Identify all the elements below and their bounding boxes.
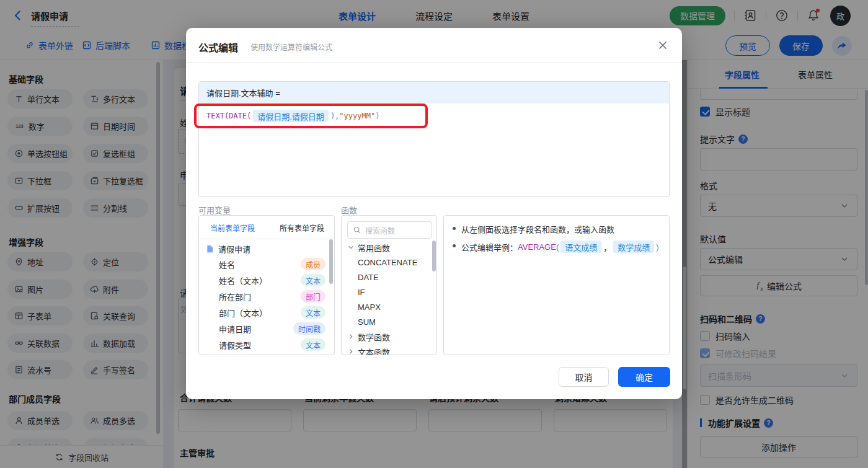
tab-current-form-fields[interactable]: 当前表单字段: [210, 216, 255, 239]
formula-suffix: ): [375, 112, 379, 120]
tree-row-name-text[interactable]: 姓名（文本）文本: [219, 272, 326, 288]
formula-editor-modal: 公式编辑 使用数学运算符编辑公式 请假日期.文本辅助 = TEXT(DATE(请…: [186, 28, 682, 399]
help-line-2: 公式编辑举例：AVERAGE(语文成绩，数学成绩): [453, 241, 659, 253]
funcs-panel-label: 函数: [341, 204, 357, 216]
tab-all-form-fields[interactable]: 所有表单字段: [280, 216, 324, 239]
example-chip-2: 数学成绩: [613, 241, 654, 253]
tree-root-row[interactable]: 请假申请: [205, 241, 250, 257]
help-line-1: 从左侧面板选择字段名和函数，或输入函数: [453, 223, 614, 235]
field-type-tag: 成员: [301, 258, 326, 270]
func-item-if[interactable]: IF: [358, 284, 365, 300]
variables-scrollbar[interactable]: [329, 239, 333, 284]
tree-row-name[interactable]: 姓名成员: [219, 256, 326, 272]
func-item-mapx[interactable]: MAPX: [358, 299, 381, 315]
confirm-button[interactable]: 确定: [618, 367, 670, 387]
field-type-tag: 文本: [301, 274, 326, 286]
func-group-math[interactable]: 数学函数: [347, 329, 390, 345]
close-icon[interactable]: [657, 40, 668, 51]
variables-panel: 当前表单字段 所有表单字段 请假申请 姓名成员 姓名（文本）文本 所在部门部门 …: [198, 215, 335, 355]
formula-expression[interactable]: TEXT(DATE(请假日期.请假日期),"yyyyMM"): [206, 109, 379, 123]
field-type-tag: 部门: [301, 290, 326, 302]
modal-title: 公式编辑: [198, 40, 238, 55]
func-item-sum[interactable]: SUM: [358, 314, 376, 330]
formula-middle: ),: [330, 112, 339, 120]
func-group-common[interactable]: 常用函数: [347, 239, 390, 255]
variables-tabs: 当前表单字段 所有表单字段: [199, 216, 334, 239]
example-chip-1: 语文成绩: [560, 241, 601, 253]
field-type-tag: 文本: [301, 306, 326, 319]
field-type-tag: 时间戳: [293, 322, 326, 335]
func-group-text[interactable]: 文本函数: [347, 343, 390, 355]
tree-row-dept[interactable]: 所在部门部门: [219, 288, 326, 304]
formula-example: 公式编辑举例：AVERAGE(语文成绩，数学成绩): [461, 241, 659, 253]
tree-row-leave-type[interactable]: 请假类型文本: [219, 337, 326, 353]
formula-string: "yyyyMM": [339, 112, 375, 120]
function-search-box[interactable]: 搜索函数: [347, 221, 432, 239]
formula-target-bar: 请假日期.文本辅助 =: [199, 82, 669, 104]
tree-row-dept-text[interactable]: 部门（文本）文本: [219, 304, 326, 320]
formula-prefix: TEXT(DATE(: [206, 112, 251, 120]
search-placeholder: 搜索函数: [365, 225, 395, 236]
help-panel: 从左侧面板选择字段名和函数，或输入函数 公式编辑举例：AVERAGE(语文成绩，…: [443, 215, 670, 355]
functions-scrollbar[interactable]: [432, 241, 436, 272]
formula-editor-box[interactable]: 请假日期.文本辅助 = TEXT(DATE(请假日期.请假日期),"yyyyMM…: [198, 81, 670, 197]
formula-field-chip[interactable]: 请假日期.请假日期: [253, 110, 329, 122]
func-item-concatenate[interactable]: CONCATENATE: [358, 254, 417, 270]
form-designer-app: 请假申请 表单设计 流程设定 表单设置 数据管理 政 表单外链 后端脚本 数据权…: [0, 0, 868, 468]
tree-row-apply-date[interactable]: 申请日期时间戳: [219, 320, 326, 337]
field-type-tag: 文本: [301, 355, 326, 355]
func-item-date[interactable]: DATE: [358, 269, 379, 285]
modal-subtitle: 使用数学运算符编辑公式: [250, 42, 332, 52]
modal-header: 公式编辑 使用数学运算符编辑公式: [186, 28, 682, 63]
bullet-icon: [453, 244, 456, 247]
functions-panel: 搜索函数 常用函数 CONCATENATE DATE IF MAPX SUM 数…: [341, 215, 437, 355]
cancel-button[interactable]: 取消: [559, 367, 609, 387]
bullet-icon: [453, 227, 456, 230]
tree-row-partial[interactable]: 文本: [219, 353, 326, 355]
field-type-tag: 文本: [301, 338, 326, 351]
vars-panel-label: 可用变量: [198, 204, 231, 216]
